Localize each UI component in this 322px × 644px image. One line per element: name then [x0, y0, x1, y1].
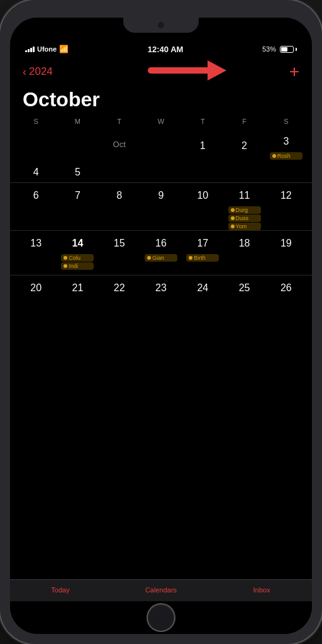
- event-text: Indi: [69, 263, 78, 269]
- day-number[interactable]: 2: [236, 137, 253, 155]
- day-cell[interactable]: 4: [15, 160, 57, 182]
- day-number[interactable]: 5: [69, 164, 86, 181]
- battery-percent: 53%: [262, 45, 276, 53]
- day-number[interactable]: 15: [111, 235, 128, 252]
- event-chip: Indi: [61, 262, 94, 270]
- home-button[interactable]: [147, 603, 175, 632]
- day-cell[interactable]: 17 Birth: [182, 231, 223, 275]
- day-number[interactable]: 1: [194, 137, 211, 155]
- day-cell[interactable]: 13: [15, 231, 57, 275]
- event-text: Durg: [236, 207, 248, 213]
- battery-icon: [280, 46, 297, 53]
- day-number[interactable]: 17: [194, 235, 211, 252]
- day-cell[interactable]: 15: [99, 231, 140, 275]
- day-number[interactable]: 8: [111, 187, 128, 204]
- mini-month-label: Oct: [99, 140, 140, 149]
- tab-bar: Today Calendars Inbox: [10, 579, 312, 601]
- notch: [123, 18, 199, 33]
- day-number[interactable]: 4: [27, 164, 45, 181]
- day-cell[interactable]: 19: [265, 231, 307, 275]
- day-cell[interactable]: 26: [265, 275, 307, 319]
- event-chip: Gian: [145, 254, 177, 262]
- day-cell[interactable]: 23: [140, 275, 182, 319]
- day-number[interactable]: 26: [277, 279, 295, 297]
- day-number[interactable]: 22: [111, 279, 128, 297]
- day-header-tue: T: [99, 116, 140, 126]
- red-arrow-icon: [145, 58, 226, 84]
- phone-screen: Ufone 📶 12:40 AM 53% ‹ 2024: [10, 18, 312, 634]
- day-cell[interactable]: 3 Rosh: [265, 129, 307, 160]
- day-number[interactable]: 16: [152, 235, 170, 252]
- event-text: Birth: [194, 255, 206, 261]
- status-right: 53%: [262, 45, 297, 53]
- battery-tip: [296, 48, 297, 51]
- day-header-sun: S: [15, 116, 57, 126]
- day-number[interactable]: 11: [236, 187, 253, 204]
- home-button-area: [10, 601, 312, 634]
- day-number[interactable]: 3: [277, 133, 295, 150]
- day-cell[interactable]: 11 Durg Duss Yom: [223, 183, 265, 230]
- event-chip: Yom: [228, 223, 261, 230]
- event-dot-icon: [231, 225, 235, 228]
- week-row-3: 13 14 Colu Indi 15: [10, 230, 312, 275]
- day-number[interactable]: 12: [277, 187, 295, 204]
- arrow-annotation: [145, 58, 226, 87]
- day-cell[interactable]: 6: [15, 183, 57, 227]
- day-number[interactable]: 25: [236, 279, 253, 297]
- day-cell[interactable]: 20: [15, 275, 57, 319]
- week-row-4: 20 21 22 23 24 25: [10, 275, 312, 319]
- back-label: 2024: [29, 65, 53, 78]
- day-number[interactable]: 10: [194, 187, 211, 204]
- day-cell[interactable]: 9: [140, 183, 182, 227]
- event-dot-icon: [231, 216, 235, 220]
- status-time: 12:40 AM: [148, 45, 184, 54]
- day-cell[interactable]: 1: [182, 133, 223, 156]
- battery-body: [280, 46, 294, 53]
- day-number[interactable]: 24: [194, 279, 211, 297]
- day-cell[interactable]: 25: [223, 275, 265, 319]
- add-button[interactable]: +: [289, 63, 299, 80]
- camera-dot: [158, 22, 164, 28]
- nav-header: ‹ 2024 +: [10, 58, 312, 86]
- day-number[interactable]: 9: [152, 187, 170, 204]
- day-cell[interactable]: 2: [223, 133, 265, 156]
- day-number[interactable]: 23: [152, 279, 170, 297]
- day-header-fri: F: [223, 116, 265, 126]
- tab-inbox-label: Inbox: [253, 586, 270, 594]
- event-text: Gian: [152, 255, 164, 261]
- app-content: ‹ 2024 + October: [10, 58, 312, 634]
- day-number[interactable]: 14: [69, 235, 86, 252]
- back-button[interactable]: ‹ 2024: [23, 65, 53, 79]
- day-cell[interactable]: 14 Colu Indi: [57, 231, 98, 275]
- event-chip: Durg: [228, 206, 261, 214]
- day-cell[interactable]: 8: [99, 183, 140, 227]
- day-cell[interactable]: 18: [223, 231, 265, 275]
- day-cell[interactable]: 16 Gian: [140, 231, 182, 275]
- day-cell[interactable]: 22: [99, 275, 140, 319]
- day-number[interactable]: 19: [277, 235, 295, 252]
- tab-inbox[interactable]: Inbox: [211, 586, 312, 594]
- day-number[interactable]: 13: [27, 235, 45, 252]
- day-header-sat: S: [265, 116, 307, 126]
- day-cell[interactable]: 24: [182, 275, 223, 319]
- status-left: Ufone 📶: [25, 45, 69, 53]
- day-cell[interactable]: 5: [57, 160, 98, 182]
- day-number[interactable]: 20: [27, 279, 45, 297]
- day-number[interactable]: 18: [236, 235, 253, 252]
- day-cell[interactable]: 12: [265, 183, 307, 227]
- day-cell[interactable]: [140, 135, 182, 155]
- tab-today[interactable]: Today: [10, 586, 111, 594]
- day-number[interactable]: 21: [69, 279, 86, 297]
- wifi-icon: 📶: [59, 45, 69, 53]
- day-cell[interactable]: 7: [57, 183, 98, 227]
- event-chip: Duss: [228, 214, 261, 222]
- day-number[interactable]: 6: [27, 187, 45, 204]
- day-cell[interactable]: 10: [182, 183, 223, 227]
- tab-calendars[interactable]: Calendars: [111, 586, 211, 594]
- signal-icon: [25, 46, 35, 52]
- event-text: Rosh: [277, 153, 291, 159]
- day-cell[interactable]: 21: [57, 275, 98, 319]
- day-number[interactable]: 7: [69, 187, 86, 204]
- event-text: Colu: [69, 255, 80, 261]
- event-dot-icon: [189, 256, 192, 260]
